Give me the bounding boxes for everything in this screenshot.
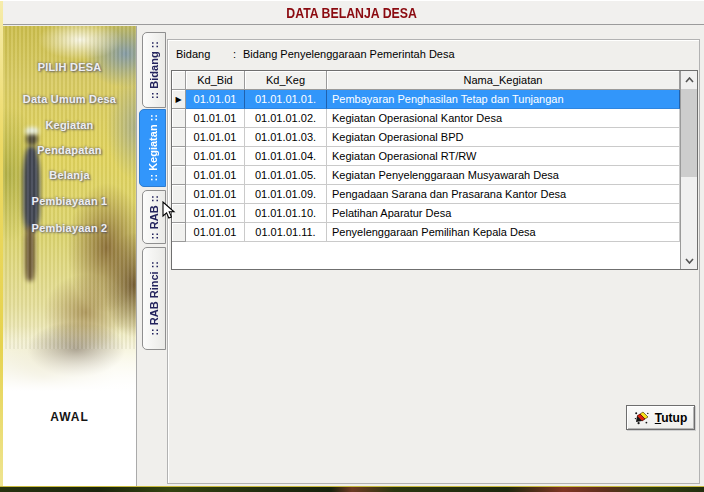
cell-nama-kegiatan[interactable]: Kegiatan Penyelenggaraan Musyawarah Desa xyxy=(327,166,680,185)
cell-kd-keg[interactable]: 01.01.01.04. xyxy=(245,147,327,166)
cell-kd-keg[interactable]: 01.01.01.10. xyxy=(245,204,327,223)
cell-nama-kegiatan[interactable]: Kegiatan Operasional Kantor Desa xyxy=(327,109,680,128)
header-nama-kegiatan[interactable]: Nama_Kegiatan xyxy=(327,71,680,90)
kegiatan-grid: Kd_Bid Kd_Keg Nama_Kegiatan ▶ 01.01.01 0… xyxy=(171,70,698,270)
table-row[interactable]: 01.01.01 01.01.01.05. Kegiatan Penyeleng… xyxy=(172,166,680,185)
cell-kd-bid[interactable]: 01.01.01 xyxy=(186,109,245,128)
bidang-field: Bidang : Bidang Penyelenggaraan Pemerint… xyxy=(176,48,455,60)
row-indicator xyxy=(172,223,186,242)
tab-rab[interactable]: :: RAB :: xyxy=(142,190,166,244)
farmer-photo-shape xyxy=(23,146,40,231)
cell-kd-keg[interactable]: 01.01.01.11. xyxy=(245,223,327,242)
table-row[interactable]: 01.01.01 01.01.01.10. Pelatihan Aparatur… xyxy=(172,204,680,223)
grid-header-row: Kd_Bid Kd_Keg Nama_Kegiatan xyxy=(172,71,680,90)
cell-kd-keg[interactable]: 01.01.01.03. xyxy=(245,128,327,147)
cell-kd-keg[interactable]: 01.01.01.09. xyxy=(245,185,327,204)
row-indicator xyxy=(172,166,186,185)
tab-kegiatan[interactable]: :: Kegiatan :: xyxy=(139,109,166,187)
tab-bidang[interactable]: :: Bidang :: xyxy=(142,32,166,108)
row-indicator xyxy=(172,128,186,147)
left-edge-decoration xyxy=(0,1,3,492)
cell-kd-bid[interactable]: 01.01.01 xyxy=(186,90,245,109)
row-indicator xyxy=(172,204,186,223)
cell-nama-kegiatan[interactable]: Pengadaan Sarana dan Prasarana Kantor De… xyxy=(327,185,680,204)
row-selected-marker: ▶ xyxy=(172,90,186,109)
table-row[interactable]: 01.01.01 01.01.01.04. Kegiatan Operasion… xyxy=(172,147,680,166)
table-row[interactable]: 01.01.01 01.01.01.11. Penyelenggaraan Pe… xyxy=(172,223,680,242)
bidang-value: Bidang Penyelenggaraan Pemerintah Desa xyxy=(243,48,455,60)
sidebar-item-belanja[interactable]: Belanja xyxy=(3,169,136,181)
cell-nama-kegiatan[interactable]: Kegiatan Operasional RT/RW xyxy=(327,147,680,166)
cell-kd-keg[interactable]: 01.01.01.05. xyxy=(245,166,327,185)
sidebar-item-pembiayaan-1[interactable]: Pembiayaan 1 xyxy=(3,195,136,207)
table-row[interactable]: 01.01.01 01.01.01.09. Pengadaan Sarana d… xyxy=(172,185,680,204)
header-kd-keg[interactable]: Kd_Keg xyxy=(245,71,327,90)
page-title: DATA BELANJA DESA xyxy=(287,4,418,21)
farmer-photo-shape xyxy=(25,226,35,281)
sidebar-item-pilih-desa[interactable]: PILIH DESA xyxy=(3,61,136,73)
sidebar-item-kegiatan[interactable]: Kegiatan xyxy=(3,119,136,131)
table-row[interactable]: 01.01.01 01.01.01.02. Kegiatan Operasion… xyxy=(172,109,680,128)
vertical-scrollbar[interactable] xyxy=(680,71,697,269)
sidebar-item-pembiayaan-2[interactable]: Pembiayaan 2 xyxy=(3,222,136,234)
scrollbar-track[interactable] xyxy=(681,88,697,252)
brush-exit-icon xyxy=(634,410,650,426)
table-row[interactable]: 01.01.01 01.01.01.03. Kegiatan Operasion… xyxy=(172,128,680,147)
table-row[interactable]: ▶ 01.01.01 01.01.01.01. Pembayaran Pengh… xyxy=(172,90,680,109)
cell-kd-bid[interactable]: 01.01.01 xyxy=(186,223,245,242)
cell-kd-keg[interactable]: 01.01.01.02. xyxy=(245,109,327,128)
cell-kd-bid[interactable]: 01.01.01 xyxy=(186,166,245,185)
scroll-up-icon[interactable] xyxy=(681,71,697,88)
cell-nama-kegiatan[interactable]: Pembayaran Penghasilan Tetap dan Tunjang… xyxy=(327,90,680,109)
scroll-down-icon[interactable] xyxy=(681,252,697,269)
header-kd-bid[interactable]: Kd_Bid xyxy=(186,71,245,90)
sidebar-item-awal[interactable]: AWAL xyxy=(3,410,136,424)
bidang-label: Bidang xyxy=(176,48,233,60)
tab-rab-rinci[interactable]: :: RAB Rinci :: xyxy=(142,247,166,350)
app-window: DATA BELANJA DESA PILIH DESA Data Umum D… xyxy=(0,0,704,492)
bidang-separator: : xyxy=(233,48,243,60)
row-indicator xyxy=(172,147,186,166)
cell-kd-keg[interactable]: 01.01.01.01. xyxy=(245,90,327,109)
scrollbar-thumb[interactable] xyxy=(681,89,697,177)
cell-kd-bid[interactable]: 01.01.01 xyxy=(186,147,245,166)
header-indicator-cell xyxy=(172,71,186,90)
tutup-button-label: Tutup xyxy=(655,411,687,425)
tab-strip: :: Bidang :: :: Kegiatan :: :: RAB :: ::… xyxy=(138,26,168,488)
cell-kd-bid[interactable]: 01.01.01 xyxy=(186,204,245,223)
cell-nama-kegiatan[interactable]: Pelatihan Aparatur Desa xyxy=(327,204,680,223)
grid-body: Kd_Bid Kd_Keg Nama_Kegiatan ▶ 01.01.01 0… xyxy=(172,71,680,269)
cell-nama-kegiatan[interactable]: Penyelenggaraan Pemilihan Kepala Desa xyxy=(327,223,680,242)
title-bar: DATA BELANJA DESA xyxy=(0,1,704,25)
row-indicator xyxy=(172,185,186,204)
tutup-button[interactable]: Tutup xyxy=(626,405,695,430)
sidebar: PILIH DESA Data Umum Desa Kegiatan Penda… xyxy=(3,26,137,488)
sidebar-item-data-umum-desa[interactable]: Data Umum Desa xyxy=(3,93,136,105)
sidebar-item-pendapatan[interactable]: Pendapatan xyxy=(3,144,136,156)
row-indicator xyxy=(172,109,186,128)
cell-nama-kegiatan[interactable]: Kegiatan Operasional BPD xyxy=(327,128,680,147)
main-panel: Bidang : Bidang Penyelenggaraan Pemerint… xyxy=(167,39,700,484)
cell-kd-bid[interactable]: 01.01.01 xyxy=(186,128,245,147)
bottom-photo-strip xyxy=(0,486,704,492)
cell-kd-bid[interactable]: 01.01.01 xyxy=(186,185,245,204)
